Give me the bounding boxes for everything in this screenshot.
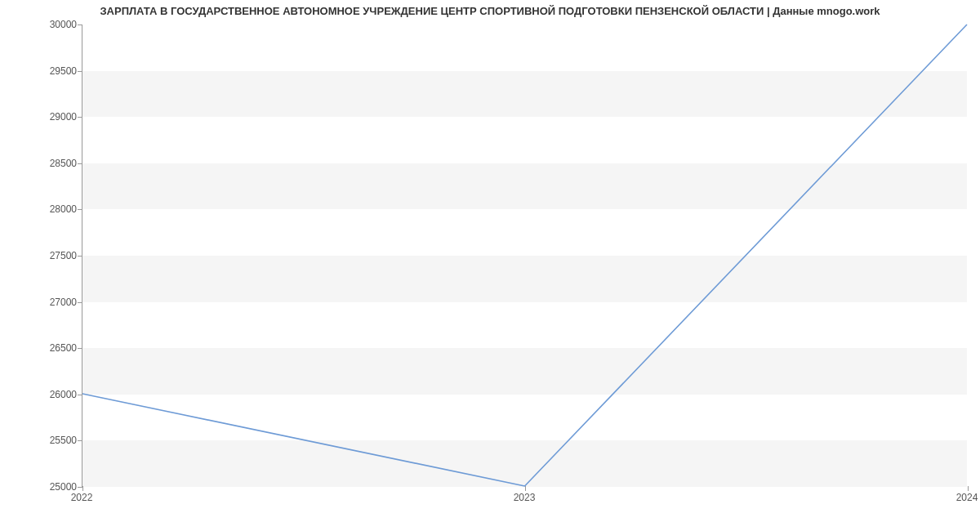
- x-tick: [525, 486, 526, 491]
- y-tick: [78, 25, 82, 25]
- y-tick-label: 27500: [11, 250, 77, 261]
- y-tick-label: 25000: [11, 481, 77, 493]
- y-tick: [78, 209, 82, 210]
- plot-area: [82, 25, 967, 487]
- data-line: [82, 25, 967, 486]
- x-tick-label: 2022: [71, 492, 93, 503]
- y-tick-label: 28000: [11, 203, 77, 215]
- y-tick-label: 26500: [11, 342, 77, 354]
- salary-line-chart: ЗАРПЛАТА В ГОСУДАРСТВЕННОЕ АВТОНОМНОЕ УЧ…: [0, 0, 980, 531]
- chart-title: ЗАРПЛАТА В ГОСУДАРСТВЕННОЕ АВТОНОМНОЕ УЧ…: [0, 5, 980, 17]
- y-tick-label: 27000: [11, 297, 77, 308]
- y-tick-label: 29000: [11, 111, 77, 123]
- y-tick-label: 28500: [11, 158, 77, 169]
- x-tick-label: 2023: [514, 492, 536, 503]
- y-tick: [78, 256, 82, 257]
- x-tick-label: 2024: [956, 492, 978, 503]
- y-tick: [78, 302, 82, 303]
- y-tick-label: 29500: [11, 65, 77, 77]
- y-tick: [78, 348, 82, 349]
- x-tick: [968, 486, 969, 491]
- y-tick: [78, 163, 82, 164]
- y-tick-label: 30000: [11, 19, 77, 30]
- line-layer: [82, 25, 967, 486]
- y-tick-label: 26000: [11, 389, 77, 400]
- y-tick: [78, 395, 82, 395]
- x-tick: [82, 486, 83, 491]
- y-tick-label: 25500: [11, 435, 77, 446]
- y-tick: [78, 440, 82, 441]
- y-tick: [78, 71, 82, 72]
- y-tick: [78, 117, 82, 118]
